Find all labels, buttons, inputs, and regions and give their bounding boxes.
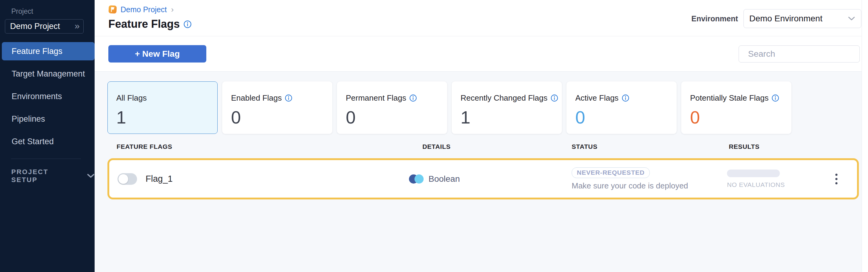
- column-header-details: DETAILS: [409, 143, 572, 150]
- evaluations-placeholder-bar: [727, 170, 780, 177]
- environment-select-value: Demo Environment: [749, 14, 823, 24]
- info-icon[interactable]: [622, 94, 629, 102]
- toggle-thumb: [118, 174, 128, 184]
- stat-card-label: Permanent Flags: [346, 93, 406, 103]
- project-section-label: Project: [0, 5, 95, 19]
- chevron-down-icon: [87, 173, 95, 178]
- flags-table: FEATURE FLAGS DETAILS STATUS RESULTS Fla…: [107, 143, 859, 199]
- status-message: Make sure your code is deployed: [572, 181, 688, 191]
- stat-card-value: 0: [231, 107, 332, 128]
- content-area: All Flags 1 Enabled Flags 0 Permanent Fl…: [95, 72, 868, 199]
- stat-card-label: Potentially Stale Flags: [690, 93, 769, 103]
- stat-card-active-flags[interactable]: Active Flags 0: [566, 81, 677, 134]
- scrollbar-gutter[interactable]: [862, 0, 868, 272]
- table-header-row: FEATURE FLAGS DETAILS STATUS RESULTS: [107, 143, 859, 150]
- page-header: Demo Project › Feature Flags Environment…: [95, 0, 868, 36]
- environment-block: Environment Demo Environment: [691, 9, 861, 28]
- sidebar-item-environments[interactable]: Environments: [2, 87, 95, 105]
- project-setup-toggle[interactable]: PROJECT SETUP: [11, 168, 95, 184]
- sidebar-nav: Feature Flags Target Management Environm…: [0, 42, 95, 150]
- chevron-down-icon: [848, 16, 855, 21]
- flag-name[interactable]: Flag_1: [146, 174, 173, 184]
- stat-card-recently-changed-flags[interactable]: Recently Changed Flags 1: [452, 81, 562, 134]
- stat-card-value: 0: [575, 107, 676, 128]
- column-header-feature-flags: FEATURE FLAGS: [107, 143, 409, 150]
- sidebar-divider: [11, 159, 81, 159]
- search-input[interactable]: [748, 49, 858, 59]
- info-icon[interactable]: [551, 94, 558, 102]
- status-badge: NEVER-REQUESTED: [572, 167, 650, 178]
- flag-toggle[interactable]: [118, 173, 137, 185]
- column-header-results: RESULTS: [725, 143, 859, 150]
- project-selector-value: Demo Project: [10, 22, 60, 31]
- new-flag-button[interactable]: + New Flag: [108, 45, 206, 63]
- stat-card-value: 0: [690, 107, 791, 128]
- sidebar-item-label: Get Started: [11, 137, 54, 146]
- stat-cards: All Flags 1 Enabled Flags 0 Permanent Fl…: [107, 81, 868, 134]
- sidebar-item-feature-flags[interactable]: Feature Flags: [2, 42, 95, 60]
- status-cell: NEVER-REQUESTED Make sure your code is d…: [572, 167, 725, 191]
- stat-card-potentially-stale-flags[interactable]: Potentially Stale Flags 0: [681, 81, 792, 134]
- stat-card-enabled-flags[interactable]: Enabled Flags 0: [222, 81, 332, 134]
- chevron-double-right-icon[interactable]: »: [74, 21, 79, 32]
- info-icon[interactable]: [183, 20, 192, 28]
- column-header-status: STATUS: [572, 143, 725, 150]
- project-setup-label: PROJECT SETUP: [11, 168, 74, 184]
- environment-label: Environment: [691, 14, 738, 23]
- breadcrumb-project-link[interactable]: Demo Project: [121, 5, 167, 14]
- sidebar-item-label: Target Management: [11, 69, 85, 79]
- sidebar-item-label: Feature Flags: [11, 47, 63, 56]
- toolbar: + New Flag: [95, 36, 868, 72]
- stat-card-all-flags[interactable]: All Flags 1: [107, 81, 218, 134]
- flag-cell: Flag_1: [109, 173, 409, 185]
- details-cell: Boolean: [409, 174, 572, 184]
- project-selector[interactable]: Demo Project »: [5, 19, 84, 34]
- sidebar-item-label: Environments: [11, 92, 62, 101]
- stat-card-label: Enabled Flags: [231, 93, 282, 103]
- stat-card-permanent-flags[interactable]: Permanent Flags 0: [337, 81, 447, 134]
- flag-row[interactable]: Flag_1 Boolean NEVER-REQUESTED Make sure…: [107, 158, 859, 199]
- info-icon[interactable]: [285, 94, 292, 102]
- app-window: Project Demo Project » Feature Flags Tar…: [0, 0, 868, 272]
- stat-card-value: 0: [346, 107, 447, 128]
- stat-card-label: Recently Changed Flags: [461, 93, 548, 103]
- main-area: Demo Project › Feature Flags Environment…: [95, 0, 868, 272]
- stat-card-label: All Flags: [116, 93, 147, 103]
- sidebar-item-target-management[interactable]: Target Management: [2, 65, 95, 83]
- info-icon[interactable]: [409, 94, 417, 102]
- breadcrumb-separator-icon: ›: [171, 5, 174, 14]
- stat-card-value: 1: [461, 107, 562, 128]
- sidebar-item-pipelines[interactable]: Pipelines: [2, 110, 95, 128]
- search-box: [739, 45, 860, 63]
- info-icon[interactable]: [772, 94, 779, 102]
- environment-select[interactable]: Demo Environment: [743, 9, 861, 28]
- row-options-menu-icon[interactable]: [834, 172, 839, 186]
- boolean-type-icon: [409, 174, 424, 183]
- feature-flags-logo-icon: [108, 5, 117, 14]
- flag-type-label: Boolean: [429, 174, 460, 184]
- stat-card-label: Active Flags: [575, 93, 619, 103]
- stat-card-value: 1: [116, 107, 217, 128]
- sidebar-item-label: Pipelines: [11, 114, 45, 124]
- page-title: Feature Flags: [108, 18, 180, 31]
- sidebar: Project Demo Project » Feature Flags Tar…: [0, 0, 95, 272]
- sidebar-item-get-started[interactable]: Get Started: [2, 132, 95, 150]
